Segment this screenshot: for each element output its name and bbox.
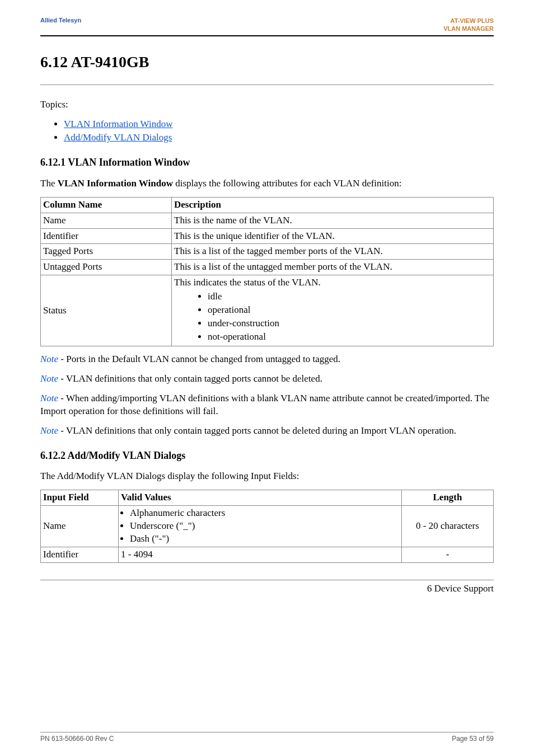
table-row: Untagged Ports This is a list of the unt… [41,260,494,275]
input-fields-table: Input Field Valid Values Length Name Alp… [40,490,494,563]
table-row-status: Status This indicates the status of the … [41,275,494,346]
th-column-name: Column Name [41,197,172,213]
header-company: Allied Telesyn [40,17,81,33]
table-header-row: Column Name Description [41,197,494,213]
table-row: Identifier This is the unique identifier… [41,228,494,244]
note-label: Note [40,373,58,384]
header-product-line2: VLAN MANAGER [443,25,494,32]
bottom-divider [40,580,494,580]
vlan-info-table: Column Name Description Name This is the… [40,197,494,346]
cell-length: - [402,547,494,562]
link-add-modify-vlan-dialogs[interactable]: Add/Modify VLAN Dialogs [64,132,172,143]
topics-list: VLAN Information Window Add/Modify VLAN … [54,118,494,145]
header-product: AT-VIEW PLUS VLAN MANAGER [443,17,494,33]
note-4: Note - VLAN definitions that only contai… [40,425,494,438]
note-text: - VLAN definitions that only contain tag… [58,425,456,436]
status-item: not-operational [208,331,491,344]
note-text: - Ports in the Default VLAN cannot be ch… [58,354,340,364]
valid-value-item: Underscore ("_") [130,520,399,533]
subsection-vlan-info-heading: 6.12.1 VLAN Information Window [40,156,494,169]
footer-part-number: PN 613-50666-00 Rev C [40,735,114,743]
bottom-section-link[interactable]: 6 Device Support [40,583,494,595]
status-item: operational [208,304,491,317]
cell-name: Untagged Ports [41,260,172,275]
valid-value-item: Alphanumeric characters [130,507,399,520]
status-desc-lead: This indicates the status of the VLAN. [174,276,491,289]
status-item: under-construction [208,317,491,330]
note-1: Note - Ports in the Default VLAN cannot … [40,353,494,366]
table-header-row: Input Field Valid Values Length [41,490,494,505]
page-footer: PN 613-50666-00 Rev C Page 53 of 59 [40,732,494,743]
table-row: Name Alphanumeric characters Underscore … [41,505,494,547]
intro-strong: VLAN Information Window [58,178,173,189]
note-2: Note - VLAN definitions that only contai… [40,373,494,386]
header-product-line1: AT-VIEW PLUS [443,17,494,25]
intro-prefix: The [40,178,58,189]
cell-status-desc: This indicates the status of the VLAN. i… [172,275,494,346]
topics-label: Topics: [40,98,494,111]
cell-length: 0 - 20 characters [402,505,494,547]
cell-field-name: Name [41,505,119,547]
cell-status-name: Status [41,275,172,346]
intro-suffix: displays the following attributes for ea… [173,178,402,189]
th-valid-values: Valid Values [119,490,402,505]
valid-value-item: Dash ("-") [130,533,399,546]
topics-list-item: VLAN Information Window [64,118,494,131]
table-row: Name This is the name of the VLAN. [41,213,494,228]
link-vlan-info-window[interactable]: VLAN Information Window [64,119,172,129]
note-label: Note [40,393,58,403]
cell-name: Identifier [41,228,172,244]
th-input-field: Input Field [41,490,119,505]
note-label: Note [40,425,58,436]
cell-valid-single: 1 - 4094 [119,547,402,562]
cell-desc: This is the unique identifier of the VLA… [172,228,494,244]
section-divider [40,84,494,85]
note-3: Note - When adding/importing VLAN defini… [40,392,494,418]
cell-name: Name [41,213,172,228]
section-title: 6.12 AT-9410GB [40,53,494,71]
status-items-list: idle operational under-construction not-… [208,290,491,344]
topics-list-item: Add/Modify VLAN Dialogs [64,132,494,144]
table-row: Identifier 1 - 4094 - [41,547,494,562]
th-length: Length [402,490,494,505]
th-description: Description [172,197,494,213]
note-text: - VLAN definitions that only contain tag… [58,373,322,384]
valid-values-list: Alphanumeric characters Underscore ("_")… [122,507,399,546]
cell-field-identifier: Identifier [41,547,119,562]
page-header: Allied Telesyn AT-VIEW PLUS VLAN MANAGER [40,17,494,36]
cell-desc: This is the name of the VLAN. [172,213,494,228]
add-modify-intro: The Add/Modify VLAN Dialogs display the … [40,470,494,483]
status-item: idle [208,290,491,303]
footer-page-number: Page 53 of 59 [452,735,494,743]
note-label: Note [40,354,58,364]
note-text: - When adding/importing VLAN definitions… [40,393,489,416]
cell-desc: This is a list of the tagged member port… [172,244,494,260]
vlan-info-intro: The VLAN Information Window displays the… [40,177,494,190]
cell-desc: This is a list of the untagged member po… [172,260,494,275]
table-row: Tagged Ports This is a list of the tagge… [41,244,494,260]
subsection-add-modify-heading: 6.12.2 Add/Modify VLAN Dialogs [40,449,494,462]
cell-valid-values: Alphanumeric characters Underscore ("_")… [119,505,402,547]
cell-name: Tagged Ports [41,244,172,260]
